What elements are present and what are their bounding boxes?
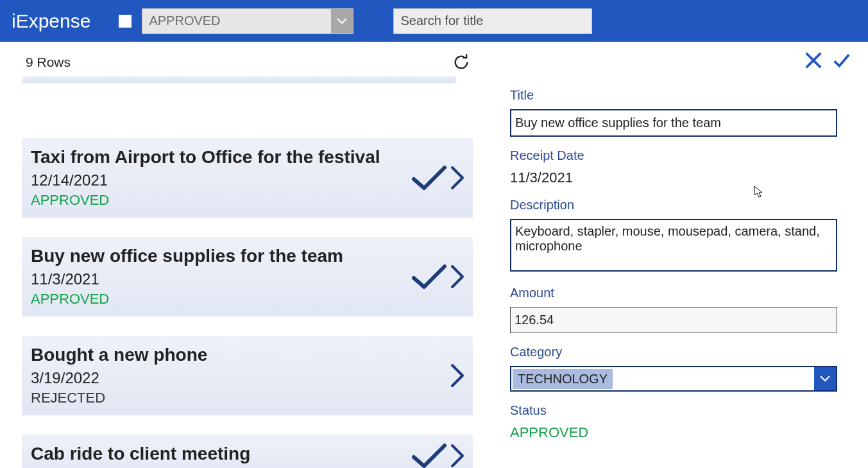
- chevron-down-icon: [814, 367, 836, 390]
- refresh-icon[interactable]: [452, 53, 470, 71]
- row-count-label: 9 Rows: [26, 55, 71, 70]
- status-filter-select[interactable]: APPROVED: [142, 8, 353, 34]
- card-date: 11/3/2021: [31, 270, 465, 288]
- title-label: Title: [510, 88, 855, 103]
- amount-field[interactable]: [510, 307, 837, 333]
- chevron-right-icon[interactable]: [450, 165, 466, 191]
- receipt-date-value: 11/3/2021: [510, 169, 855, 186]
- description-label: Description: [510, 198, 855, 212]
- chevron-right-icon[interactable]: [450, 443, 466, 468]
- close-icon[interactable]: [804, 51, 823, 73]
- card-date: 12/14/2021: [31, 171, 465, 189]
- title-field[interactable]: [510, 109, 837, 137]
- cursor-icon: [754, 186, 764, 198]
- card-title: Buy new office supplies for the team: [31, 246, 465, 266]
- card-status: REJECTED: [31, 390, 465, 406]
- category-label: Category: [510, 345, 855, 360]
- card-title: Bought a new phone: [31, 345, 465, 365]
- card-status: APPROVED: [31, 291, 465, 308]
- expense-card[interactable]: Cab ride to client meeting: [22, 435, 473, 468]
- category-value: TECHNOLOGY: [513, 369, 613, 389]
- description-field[interactable]: [510, 219, 837, 272]
- expense-card[interactable]: Buy new office supplies for the team11/3…: [22, 237, 473, 316]
- expense-card[interactable]: Taxi from Airport to Office for the fest…: [22, 138, 473, 218]
- card-title: Cab ride to client meeting: [31, 444, 465, 464]
- card-status: APPROVED: [31, 192, 465, 209]
- chevron-right-icon[interactable]: [450, 264, 466, 290]
- filter-checkbox[interactable]: [117, 13, 133, 29]
- card-title: Taxi from Airport to Office for the fest…: [31, 147, 465, 168]
- status-label: Status: [510, 403, 855, 418]
- receipt-date-label: Receipt Date: [510, 148, 855, 163]
- card-date: 3/19/2022: [31, 369, 465, 387]
- app-title: iExpense: [12, 10, 90, 32]
- search-input[interactable]: [393, 8, 592, 34]
- expense-list-scroll[interactable]: Taxi from Airport to Office for the fest…: [0, 119, 478, 468]
- chevron-right-icon[interactable]: [450, 363, 466, 388]
- category-select[interactable]: TECHNOLOGY: [510, 366, 837, 392]
- confirm-icon[interactable]: [832, 51, 851, 73]
- expense-card[interactable]: Bought a new phone3/19/2022REJECTED: [22, 336, 473, 415]
- list-header-divider: [22, 76, 455, 83]
- status-filter-value: APPROVED: [149, 13, 220, 28]
- amount-label: Amount: [510, 286, 855, 300]
- status-value: APPROVED: [510, 424, 855, 441]
- expense-detail-panel: Title Receipt Date 11/3/2021 Description…: [478, 42, 868, 468]
- expense-list-panel: 9 Rows Taxi from Airport to Office for t…: [0, 42, 478, 468]
- app-header: iExpense APPROVED: [0, 0, 868, 42]
- chevron-down-icon: [331, 9, 353, 33]
